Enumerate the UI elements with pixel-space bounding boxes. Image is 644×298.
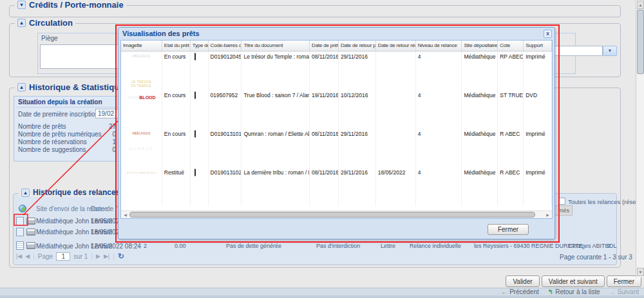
loan-date: 19/11/2016: [310, 90, 339, 129]
valider-button[interactable]: Valider: [506, 275, 539, 287]
loan-status: En cours: [162, 129, 191, 167]
close-icon[interactable]: x: [544, 30, 552, 38]
scroll-up-icon[interactable]: ▲: [637, 1, 644, 9]
relance-debt: Pas de dette générée: [226, 243, 281, 249]
col-etat[interactable]: Etat du prêt: [162, 41, 191, 51]
col-imagette[interactable]: Imagette: [121, 41, 162, 51]
loan-barcode: D019013102J: [209, 167, 242, 206]
loan-relance-level: 4: [416, 167, 462, 206]
print-icon[interactable]: [26, 228, 35, 236]
loan-due-date: 29/11/2016: [339, 129, 376, 167]
stat-label: Nombre de réservations: [18, 138, 87, 145]
book-cover: ABÉCASSISLE TRÉSORDU TEMPLE: [123, 55, 160, 88]
precedent-label: Précédent: [509, 288, 539, 295]
scrollbar-thumb[interactable]: [129, 212, 535, 218]
loan-date: 08/11/2016: [310, 129, 339, 167]
piege-label: Piège: [41, 35, 58, 42]
page-scrollbar[interactable]: ▲ ▼: [636, 0, 644, 277]
app-canvas: ▾ Crédits / Porte-monnaie ▴ Circulation …: [0, 0, 644, 298]
loan-barcode: D019013101G: [209, 129, 242, 167]
loan-support: Imprimé: [524, 51, 552, 90]
retour-liste-label: Retour à la liste: [555, 288, 600, 295]
col-date-pret[interactable]: Date de prêt: [310, 41, 339, 51]
book-icon: [194, 53, 196, 61]
col-retour-prevu[interactable]: Date de retour prévu: [339, 41, 376, 51]
divider: |: [33, 253, 35, 260]
fieldset-credits: ▾ Crédits / Porte-monnaie: [9, 5, 621, 17]
loan-row[interactable]: ABÉCASSISLE TRÉSORDU TEMPLE En cours D01…: [121, 51, 552, 90]
loan-site: Médiathèque ...: [462, 167, 498, 206]
loan-status: Restitué: [162, 167, 191, 206]
book-cover: ÉLIETTE ABÉCASSISLA DERNIÈRETRIBU: [123, 171, 160, 192]
divider: |: [91, 253, 93, 260]
chevron-down-icon[interactable]: ▼: [603, 46, 617, 56]
scrollbar-thumb[interactable]: [637, 10, 644, 74]
suivant-label: Suivant: [618, 288, 639, 295]
all-relances-checkbox[interactable]: [558, 198, 565, 205]
loan-due-date: 10/12/2016: [339, 90, 376, 129]
col-retour-reelle[interactable]: Date de retour réelle: [376, 41, 416, 51]
scroll-left-icon[interactable]: ◀: [122, 212, 129, 218]
scroll-down-icon[interactable]: ▼: [637, 268, 644, 276]
collapse-toggle-icon[interactable]: ▴: [17, 83, 26, 91]
divider: |: [113, 253, 115, 260]
book-cover: TRUEBLOOD: [123, 95, 160, 100]
precedent-link[interactable]: ← Précédent: [501, 288, 539, 295]
page-label: Page: [38, 253, 53, 260]
collapse-toggle-icon[interactable]: ▴: [17, 19, 26, 27]
return-arrow-icon: ↰: [548, 288, 553, 295]
suivant-link: → Suivant: [609, 288, 639, 295]
loan-support: DVD: [524, 90, 552, 129]
print-icon[interactable]: [26, 242, 35, 249]
loan-return-date: [376, 129, 416, 167]
col-type[interactable]: Type de: [191, 41, 209, 51]
scroll-right-icon[interactable]: ▶: [544, 212, 551, 218]
loan-title: True Blood : saison 7 / Alan Ball ...: [242, 90, 310, 129]
first-page-icon[interactable]: |◀: [16, 253, 22, 259]
grid-header: Imagette Etat du prêt Type de Code-barre…: [121, 41, 552, 51]
loan-site: Médiathèque ...: [462, 90, 498, 129]
col-code[interactable]: Code-barres de l'e: [209, 41, 242, 51]
page-of-label: sur 1: [73, 253, 88, 260]
relance-detail-icon[interactable]: [16, 217, 24, 225]
page-number-input[interactable]: [56, 252, 70, 261]
loan-title: Le trésor du Temple : roman / Eliett...: [242, 51, 310, 90]
loans-modal: Visualisation des prêts x Imagette Etat …: [118, 27, 555, 239]
loan-row[interactable]: ÉLIETTE ABÉCASSISLA DERNIÈRETRIBU Restit…: [121, 167, 552, 206]
grid-hscrollbar[interactable]: ◀ ▶: [121, 210, 552, 218]
modal-title: Visualisation des prêts: [122, 30, 200, 37]
col-niveau[interactable]: Niveau de relance: [416, 41, 462, 51]
back-arrow-icon: ←: [501, 288, 507, 295]
col-support[interactable]: Support: [524, 41, 552, 51]
loan-status: En cours: [162, 90, 191, 129]
loans-grid: Imagette Etat du prêt Type de Code-barre…: [120, 40, 553, 219]
next-page-icon[interactable]: ▶: [96, 253, 100, 259]
footer-bar-bottom: [0, 295, 644, 298]
refresh-icon[interactable]: ↻: [118, 252, 124, 261]
loan-date: 08/11/2016: [310, 51, 339, 90]
relance-detail-icon[interactable]: [16, 241, 24, 250]
loan-title: La dernière tribu : roman / Éliette A...: [242, 167, 310, 206]
loan-due-date: 29/11/2016: [339, 167, 376, 206]
retour-liste-link[interactable]: ↰ Retour à la liste: [548, 288, 600, 295]
col-cote[interactable]: Cote: [498, 41, 524, 51]
prev-page-icon[interactable]: ◀: [25, 253, 30, 259]
loan-row[interactable]: TRUEBLOOD En cours 019507952 True Blood …: [121, 90, 552, 129]
valider-suivant-button[interactable]: Valider et suivant: [542, 275, 605, 287]
modal-fermer-button[interactable]: Fermer: [488, 224, 529, 235]
last-page-icon[interactable]: ▶|: [104, 253, 109, 259]
stat-value: 27: [98, 123, 116, 130]
loan-cote: R ABEC: [498, 129, 524, 167]
col-titre[interactable]: Titre du document: [242, 41, 310, 51]
collapse-toggle-icon[interactable]: ▾: [17, 1, 26, 9]
relance-address: les Reyssiers - 69430 REGNIE DURETTE: [474, 243, 583, 249]
relance-detail-icon[interactable]: [16, 228, 24, 236]
print-icon[interactable]: [26, 218, 35, 225]
collapse-toggle-icon[interactable]: ▴: [21, 189, 30, 197]
all-relances-label: Toutes les relances (réseau): [568, 198, 644, 205]
book-cover: ABÉCASSISQUMRAN: [123, 132, 160, 151]
relance-mode: Relance individuelle: [410, 243, 461, 249]
loan-site: Médiathèque ...: [462, 51, 498, 90]
loan-row[interactable]: ABÉCASSISQUMRAN En cours D019013101G Qum…: [121, 129, 552, 167]
col-site[interactable]: Site dépositaire: [462, 41, 498, 51]
